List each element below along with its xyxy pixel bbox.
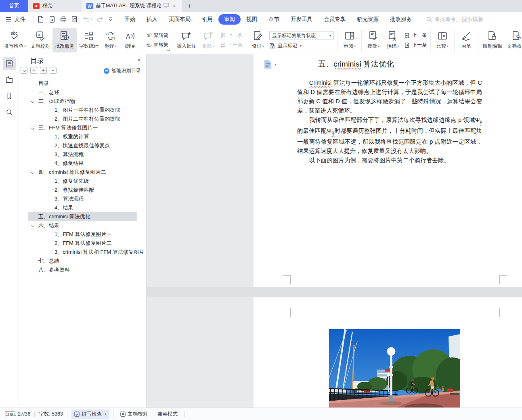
toc-item[interactable]: 2、FFM 算法修复图片二: [19, 239, 146, 248]
toc-item[interactable]: 1、权重的计算: [19, 132, 146, 141]
toc-item[interactable]: 五、criminisi 算法优化: [28, 212, 137, 221]
toc-item[interactable]: 六、结果: [19, 221, 146, 230]
document-page-27[interactable]: ▾ 五、criminisi 算法优化 Criminisi 算法每一轮循环都只修复…: [254, 54, 522, 287]
close-tab-icon[interactable]: ×: [172, 3, 177, 9]
toc-item[interactable]: 二、提取遮挡物: [19, 97, 146, 106]
zoom-in-button[interactable]: +: [40, 67, 47, 74]
paragraph-tool-button[interactable]: ▾: [263, 60, 276, 69]
zoom-out-button[interactable]: −: [50, 67, 57, 74]
menu-docer-resources[interactable]: 稻壳资源: [351, 14, 384, 25]
toc-item[interactable]: 3、算法流程: [19, 194, 146, 203]
menu-start[interactable]: 开始: [119, 14, 141, 25]
command-search[interactable]: 查找命令、搜索模板: [426, 16, 484, 23]
insert-comment-button[interactable]: 插入批注: [174, 28, 199, 52]
toc-item[interactable]: 1、FFM 算法修复图片一: [19, 230, 146, 239]
file-menu[interactable]: 文件: [6, 16, 25, 23]
export-icon[interactable]: [48, 16, 56, 23]
search-panel-button[interactable]: [3, 106, 16, 119]
menu-section[interactable]: 章节: [263, 14, 285, 25]
collapse-all-button[interactable]: [30, 67, 37, 74]
toc-item[interactable]: 一、总述: [19, 88, 146, 97]
toc-item[interactable]: 目录: [19, 79, 146, 88]
collapse-toolbar-icon[interactable]: [108, 17, 113, 21]
toc-item[interactable]: 4、结果: [19, 203, 146, 212]
spell-check-toggle[interactable]: 拼写检查 ▾: [71, 410, 109, 419]
track-changes-button[interactable]: 修订▾: [248, 28, 268, 52]
translate-button[interactable]: a中 翻译▾: [101, 28, 120, 52]
chevron-down-icon[interactable]: [31, 126, 34, 130]
task-pane-button[interactable]: [3, 73, 16, 86]
doc-permission-button[interactable]: 文档权限: [505, 28, 522, 52]
save-icon[interactable]: [37, 16, 44, 23]
review-pane-button[interactable]: 审阅▾: [340, 28, 359, 52]
tab-docer[interactable]: 稻壳: [28, 0, 82, 12]
toc-item[interactable]: 3、算法流程: [19, 150, 146, 159]
chevron-down-icon[interactable]: [31, 100, 34, 103]
menu-dev-tools[interactable]: 开发工具: [285, 14, 318, 25]
toc-item[interactable]: 2、寻找最佳匹配: [19, 186, 146, 194]
print-icon[interactable]: [60, 16, 67, 23]
simp-to-trad-button[interactable]: 繁 简转繁: [146, 42, 168, 48]
toc-item[interactable]: 四、criminisi 算法修复图片二: [19, 168, 146, 177]
next-change-button[interactable]: 下一条: [404, 42, 427, 48]
word-count-indicator[interactable]: 字数: 5363: [39, 411, 63, 418]
menu-view[interactable]: 视图: [241, 14, 263, 25]
doc-proofread-button[interactable]: a- 文档校对: [28, 28, 52, 52]
document-area[interactable]: ▾ 五、criminisi 算法优化 Criminisi 算法每一轮循环都只修复…: [147, 54, 522, 407]
markup-state-select[interactable]: 显示标记的最终状态▾: [269, 31, 334, 40]
menu-insert[interactable]: 插入: [141, 14, 163, 25]
close-panel-icon[interactable]: ×: [137, 57, 141, 63]
trad-to-simp-button[interactable]: 简 繁转简: [146, 32, 168, 39]
menu-correction-service[interactable]: 批改服务: [384, 14, 417, 25]
group-expand-icon[interactable]: [167, 48, 170, 51]
undo-icon[interactable]: ▾: [82, 16, 92, 23]
read-aloud-button[interactable]: A 朗读: [120, 28, 140, 52]
toc-item[interactable]: 3、criminisi 算法和 FFM 算法修复图片 ...: [19, 248, 146, 257]
menu-references[interactable]: 引用: [196, 14, 218, 25]
doc-proofread-toggle[interactable]: 文档校对: [117, 410, 151, 419]
menu-member[interactable]: 会员专享: [318, 14, 351, 25]
menu-page-layout[interactable]: 页面布局: [163, 14, 196, 25]
document-image[interactable]: [329, 329, 460, 407]
new-tab-button[interactable]: +: [182, 0, 197, 12]
tab-home[interactable]: 首页: [0, 0, 28, 12]
present-mode-icon[interactable]: [164, 3, 169, 9]
toc-item[interactable]: 2、快速查找最佳修复点: [19, 141, 146, 150]
tab-document[interactable]: W 基于MATLAB...理系统 课程论文 ×: [82, 0, 182, 12]
smart-toc-button[interactable]: 智能识别目录: [104, 67, 141, 74]
undo-dropdown[interactable]: ▾: [91, 17, 92, 21]
spell-check-button[interactable]: abc 拼写检查▾: [2, 28, 28, 52]
expand-all-button[interactable]: [21, 67, 27, 74]
toc-item[interactable]: 三、FFM 算法修复图片一: [19, 123, 146, 132]
word-count-button[interactable]: 字数统计: [77, 28, 101, 52]
body-text[interactable]: Criminisi 算法每一轮循环都只修复一个正方形块大小的区域，但 C 值和 …: [297, 78, 482, 165]
pen-button[interactable]: 画笔: [457, 28, 476, 52]
next-comment-button[interactable]: 下一条: [220, 42, 242, 48]
document-page-28[interactable]: [254, 297, 522, 407]
delete-comment-button[interactable]: 删除▾: [199, 28, 218, 52]
print-preview-icon[interactable]: [71, 16, 78, 23]
toc-item[interactable]: 4、修复结果: [19, 159, 146, 168]
show-markup-button[interactable]: 显示标记▾: [269, 42, 334, 49]
page-options-dropdown[interactable]: ▾: [275, 63, 276, 66]
reject-button[interactable]: 拒绝▾: [383, 28, 403, 52]
chevron-down-icon[interactable]: [31, 171, 34, 174]
chevron-down-icon[interactable]: [31, 224, 34, 227]
correction-service-button[interactable]: 批改服务: [52, 28, 77, 52]
toc-item[interactable]: 1、修复优先级: [19, 177, 146, 186]
menu-review[interactable]: 审阅: [218, 14, 241, 25]
compare-button[interactable]: 比较▾: [433, 28, 452, 52]
prev-comment-button[interactable]: 上一条: [220, 32, 242, 39]
toc-item[interactable]: 2、图片二中栏杆位置的提取: [19, 115, 146, 123]
toc-item[interactable]: 八、参考资料: [19, 265, 146, 274]
spell-check-dropdown[interactable]: ▾: [105, 412, 106, 416]
toc-item[interactable]: 七、总结: [19, 257, 146, 265]
bookmark-panel-button[interactable]: [3, 90, 16, 102]
outline-panel-button[interactable]: [3, 57, 16, 70]
restrict-editing-button[interactable]: 限制编辑: [480, 28, 505, 52]
redo-icon[interactable]: [96, 16, 104, 23]
prev-change-button[interactable]: 上一条: [404, 32, 427, 39]
toc-item[interactable]: 1、图片一中栏杆位置的提取: [19, 106, 146, 115]
page-indicator[interactable]: 页面: 27/36: [5, 411, 30, 418]
accept-button[interactable]: 接受▾: [364, 28, 383, 52]
